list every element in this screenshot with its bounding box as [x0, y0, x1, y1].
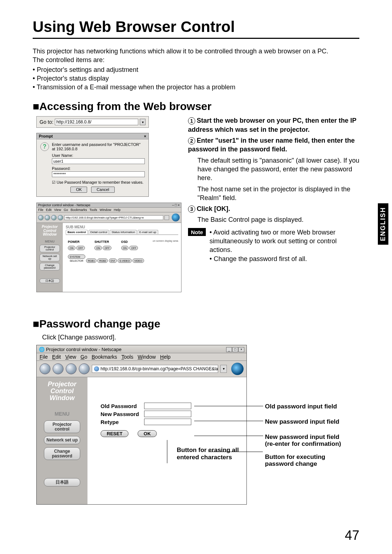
window-title: Projector control window - Netscape	[46, 347, 122, 352]
retype-password-input[interactable]	[144, 419, 191, 425]
cancel-button[interactable]: Cancel	[91, 187, 114, 193]
goto-label: Go to:	[40, 119, 53, 125]
step-2-detail: The host name set in the projector is di…	[197, 185, 359, 203]
page-title: Using Web Browser Control	[33, 18, 359, 39]
sidebar-item-projector-control[interactable]: Projector control	[44, 420, 80, 433]
control-osd-label: OSD	[120, 239, 146, 244]
stop-icon[interactable]	[79, 363, 90, 374]
shutter-off-button[interactable]: OFF	[103, 246, 111, 250]
submenu-label: SUB MENU	[66, 225, 178, 229]
window-buttons[interactable]: – □ ×	[172, 203, 180, 207]
input-rgb1-button[interactable]: RGB1	[86, 258, 97, 263]
prompt-message: Enter username and password for "PROJECT…	[40, 142, 145, 151]
old-password-input[interactable]	[144, 403, 191, 409]
forward-icon[interactable]	[45, 215, 50, 220]
close-icon[interactable]: ×	[144, 134, 146, 138]
netscape-logo-icon	[231, 363, 244, 375]
sidebar-title: ProjectorControlWindow	[38, 225, 61, 237]
callout-new-password: New password input field	[265, 418, 341, 425]
leader-line	[167, 440, 167, 463]
power-on-button[interactable]: ON	[68, 246, 75, 250]
goto-dropdown-button[interactable]: ▾	[140, 119, 146, 125]
url-dropdown-button[interactable]: ▾	[220, 365, 227, 373]
username-label: User Name:	[52, 153, 145, 158]
back-icon[interactable]	[38, 215, 44, 220]
tab-email-setup[interactable]: E-mail set up	[138, 230, 158, 234]
intro-line: The controlled items are:	[33, 56, 359, 64]
callout-old-password: Old password input field	[265, 403, 341, 410]
back-icon[interactable]	[40, 363, 50, 374]
osd-area-note: on screen display area	[153, 240, 178, 242]
input-svideo-button[interactable]: S-VIDEO	[118, 258, 132, 263]
password-label: Password:	[52, 166, 145, 171]
ok-button[interactable]: OK	[138, 430, 157, 437]
language-english-tab: ENGLISH	[378, 203, 388, 245]
remember-checkbox[interactable]: ☑ Use Password Manager to remember these…	[52, 180, 145, 184]
projector-control-window-small: Projector control window - Netscape – □ …	[36, 203, 181, 292]
reload-icon[interactable]	[66, 363, 77, 374]
tab-basic-control[interactable]: Basic control	[66, 230, 88, 234]
osd-on-button[interactable]: ON	[121, 246, 129, 250]
tab-status-information[interactable]: Status information	[110, 230, 136, 234]
stop-icon[interactable]	[58, 215, 63, 220]
note-item: Change the password first of all.	[209, 254, 359, 263]
control-shutter-label: SHUTTER	[93, 239, 119, 244]
section-password-subtitle: Click [Change password].	[42, 334, 359, 341]
control-power-label: POWER	[66, 239, 92, 244]
sidebar-item-change-password[interactable]: Change password	[40, 263, 60, 270]
input-video-button[interactable]: VIDEO	[132, 258, 144, 263]
sidebar-item-projector-control[interactable]: Projector control	[40, 245, 60, 252]
reset-button-callout: Button for erasing allentered characters	[177, 447, 239, 461]
sidebar-item-network-setup[interactable]: Network set up	[44, 436, 80, 444]
callout-ok-button: Button for executingpassword change	[265, 453, 341, 468]
reset-button[interactable]: RESET	[101, 430, 128, 437]
intro-bullet: Projector's settings and adjustment	[33, 65, 359, 74]
leader-line	[194, 421, 263, 421]
section-password-title: ■Password change page	[33, 318, 359, 330]
callout-retype-password: New password input field(re-enter for co…	[265, 433, 341, 448]
section-accessing-title: ■Accessing from the Web browser	[33, 100, 359, 113]
step-3-detail: The Basic Control page is displayed.	[197, 215, 359, 224]
goto-urlbar-figure: Go to: http://192.168.0.8/ ▾	[36, 116, 149, 128]
browser-menubar[interactable]: FileEditViewGoBookmarksToolsWindowHelp	[37, 208, 181, 212]
username-field[interactable]: user1	[52, 158, 145, 164]
sidebar-menu-label: MENU	[39, 411, 85, 417]
leader-line	[208, 452, 263, 452]
prompt-title: Prompt	[39, 134, 53, 138]
power-off-button[interactable]: OFF	[76, 246, 85, 250]
globe-icon	[94, 366, 99, 371]
intro-bullet: Transmission of a E-mail message when th…	[33, 83, 359, 91]
sidebar-item-japanese[interactable]: 日本語	[40, 278, 60, 284]
browser-menubar[interactable]: FileEditViewGoBookmarksToolsWindowHelp	[37, 353, 246, 361]
password-field[interactable]: ********	[52, 171, 145, 177]
sidebar-item-japanese[interactable]: 日本語	[44, 478, 80, 486]
intro-block: This projector has networking functions …	[33, 47, 359, 91]
tab-detail-control[interactable]: Detail control	[89, 230, 109, 234]
intro-line: This projector has networking functions …	[33, 47, 359, 56]
forward-icon[interactable]	[53, 363, 64, 374]
projector-control-window-large: 🌐 Projector control window - Netscape _□…	[36, 345, 247, 505]
netscape-logo-icon	[172, 213, 180, 221]
osd-off-button[interactable]: OFF	[129, 246, 138, 250]
goto-url-input[interactable]: http://192.168.0.8/	[55, 119, 138, 125]
reload-icon[interactable]	[51, 215, 57, 220]
note-badge: Note	[188, 228, 206, 236]
address-bar[interactable]: http://192.168.0.8/cgi-bin/main.cgi?page…	[92, 365, 218, 373]
intro-bullet: Projector's status display	[33, 74, 359, 83]
step-3-title: Click [OK].	[197, 205, 230, 212]
ok-button[interactable]: OK	[70, 187, 87, 193]
input-dvi-button[interactable]: DVI	[109, 258, 117, 263]
sidebar-title: ProjectorControlWindow	[39, 381, 85, 402]
url-dropdown-button[interactable]	[164, 215, 169, 220]
sidebar-item-change-password[interactable]: Change password	[44, 447, 80, 460]
address-bar[interactable]: http://192.168.0.8/cgi-bin/main.cgi?page…	[64, 215, 163, 220]
shutter-on-button[interactable]: ON	[94, 246, 102, 250]
step-2-title: Enter "user1" in the user name field, th…	[188, 137, 355, 153]
sidebar-item-network-setup[interactable]: Network set up	[40, 254, 60, 261]
new-password-input[interactable]	[144, 411, 191, 417]
note-item: Avoid activating two or more Web browser…	[209, 228, 359, 254]
input-rgb2-button[interactable]: RGB2	[97, 258, 108, 263]
system-selector-button[interactable]: SYSTEM SELECTOR	[68, 254, 85, 259]
window-buttons[interactable]: _□×	[226, 346, 244, 352]
window-title: Projector control window - Netscape	[38, 203, 90, 207]
